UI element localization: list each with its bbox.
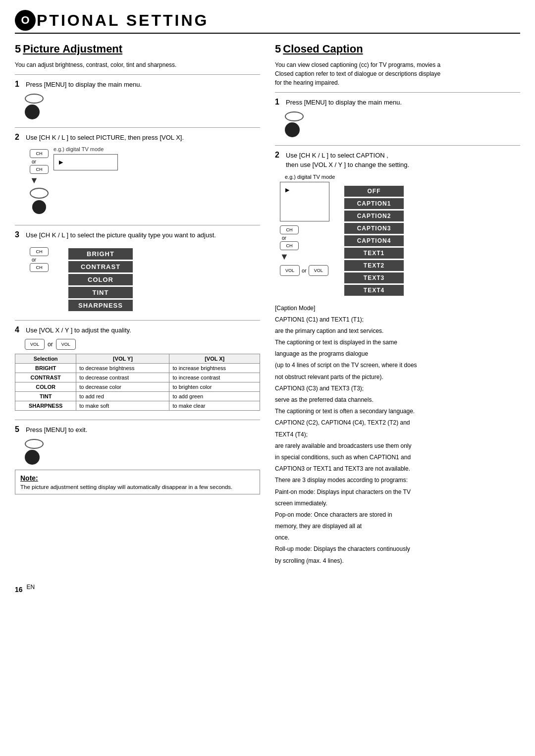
step-5: 5 Press [MENU] to exit. Note: The pictur…: [15, 420, 260, 504]
caption-line-14: There are 3 display modes according to p…: [275, 476, 520, 485]
table-header-volx: [VOL X]: [169, 354, 260, 364]
step-2: 2 Use [CH K / L ] to select PICTURE, the…: [15, 127, 260, 225]
row1-col2: to decrease brightness: [76, 364, 169, 373]
remote-r1-circle: [285, 122, 300, 137]
caption-3: CAPTION3: [344, 223, 404, 234]
row4-col3: to add green: [169, 392, 260, 401]
ch3-up-label: CH: [36, 249, 43, 254]
row3-col3: to brighten color: [169, 382, 260, 392]
vol-y-label: VOL: [30, 342, 39, 347]
remote5-oval: [25, 439, 44, 449]
remote-oval-btn: [25, 94, 44, 104]
caption-line-6: CAPTION3 (C3) and TEXT3 (T3);: [275, 384, 520, 393]
remote-group-step1: [25, 94, 260, 119]
ch3-down-label: CH: [36, 265, 43, 270]
rstep2-text2: then use [VOL X / Y ] to change the sett…: [286, 160, 409, 170]
caption-text-block: [Caption Mode] CAPTION1 (C1) and TEXT1 (…: [275, 304, 520, 566]
rstep2-text: Use [CH K / L ] to select CAPTION ,: [286, 151, 409, 161]
vol-x-label: VOL: [61, 342, 70, 347]
table-row: CONTRAST to decrease contrast to increas…: [15, 373, 260, 382]
text-3: TEXT3: [344, 272, 404, 283]
rstep1-text: Press [MENU] to display the main menu.: [286, 98, 402, 108]
menu-sharpness: SHARPNESS: [68, 300, 133, 311]
left-section-number: 5: [15, 43, 21, 55]
caption-line-18: memory, they are displayed all at: [275, 522, 520, 531]
note-box: Note: The picture adjustment setting dis…: [15, 470, 260, 494]
left-column: 5 Picture Adjustment You can adjust brig…: [15, 43, 260, 573]
picture-menu: BRIGHT CONTRAST COLOR TINT SHARPNESS: [68, 248, 133, 311]
ch-or-label: or: [32, 159, 36, 164]
vol-r2-y: VOL: [280, 265, 300, 276]
table-row: SHARPNESS to make soft to make clear: [15, 401, 260, 411]
remote-r1-oval: [285, 111, 304, 121]
caption-line-11: are rarely available and broadcasters us…: [275, 441, 520, 451]
step3-text: Use [CH K / L ] to select the picture qu…: [26, 230, 216, 240]
row2-col2: to decrease contrast: [76, 373, 169, 382]
caption-ch-group: CH or CH ▼ VOL or VOL: [280, 225, 329, 276]
ch-up-label: CH: [36, 151, 43, 156]
caption-line-4: (up to 4 lines of script on the TV scree…: [275, 361, 520, 370]
right-step-2: 2 Use [CH K / L ] to select CAPTION , th…: [275, 145, 520, 573]
table-row: BRIGHT to decrease brightness to increas…: [15, 364, 260, 373]
ch-r2-up-label: CH: [286, 227, 293, 232]
caption-line-10: TEXT4 (T4);: [275, 430, 520, 439]
rstep2-left: ▶ CH or CH ▼ VOL or VOL: [280, 182, 329, 276]
caption-2: CAPTION2: [344, 211, 404, 221]
vol-x-btn: VOL: [56, 339, 76, 350]
right-column: 5 Closed Caption You can view closed cap…: [275, 43, 520, 573]
caption-line-9: CAPTION2 (C2), CAPTION4 (C4), TEXT2 (T2)…: [275, 418, 520, 428]
table-row: COLOR to decrease color to brighten colo…: [15, 382, 260, 392]
row5-col2: to make soft: [76, 401, 169, 411]
vol-caption-row: VOL or VOL: [280, 265, 328, 276]
step-4: 4 Use [VOL X / Y ] to adjust the quality…: [15, 320, 260, 420]
caption-line-0: CAPTION1 (C1) and TEXT1 (T1);: [275, 315, 520, 324]
ch-group-step2: CH or CH ▼: [30, 149, 49, 214]
ch-r2-down: CH: [280, 241, 299, 250]
step5-number: 5: [15, 425, 23, 434]
ch-r2-arrow: ▼: [280, 252, 289, 262]
ch-r2-down-label: CH: [286, 243, 293, 248]
main-content: 5 Picture Adjustment You can adjust brig…: [15, 43, 520, 573]
vol-r2-x: VOL: [309, 265, 328, 276]
ch-oval: [30, 188, 49, 199]
caption-menu-arrow: ▶: [285, 187, 289, 193]
menu-bright: BRIGHT: [68, 248, 133, 260]
caption-off: OFF: [344, 186, 404, 197]
vol-or-label: or: [48, 341, 53, 348]
caption-menu-box: ▶: [280, 182, 329, 221]
step5-text: Press [MENU] to exit.: [26, 425, 87, 435]
step2-menu-right: e.g.) digital TV mode ▶: [54, 146, 118, 170]
step2-text: Use [CH K / L ] to select PICTURE, then …: [26, 133, 184, 143]
right-desc-line2: Closed caption refer to text of dialogue…: [275, 70, 440, 77]
rstep1-number: 1: [275, 98, 283, 107]
page-header: O PTIONAL SETTING: [15, 10, 520, 34]
ch-down-btn: CH: [30, 165, 49, 174]
ch-r2-or: or: [282, 235, 286, 241]
step1-text: Press [MENU] to display the main menu.: [26, 80, 142, 90]
caption-bracket: [Caption Mode]: [275, 304, 520, 313]
text-4: TEXT4: [344, 285, 404, 296]
right-section-title: Closed Caption: [283, 43, 363, 55]
row4-col2: to add red: [76, 392, 169, 401]
caption-1: CAPTION1: [344, 198, 404, 209]
page-number: 16: [15, 586, 23, 594]
row2-col3: to increase contrast: [169, 373, 260, 382]
row2-col1: CONTRAST: [15, 373, 76, 382]
row3-col1: COLOR: [15, 382, 76, 392]
step-1: 1 Press [MENU] to display the main menu.: [15, 74, 260, 127]
page-lang: EN: [27, 584, 35, 591]
caption-line-8: The captioning or text is often a second…: [275, 407, 520, 416]
ch-arrow: ▼: [30, 175, 39, 186]
step4-number: 4: [15, 325, 23, 334]
ch-up-btn: CH: [30, 149, 49, 158]
caption-line-16: screen immediately.: [275, 499, 520, 508]
right-desc-line1: You can view closed captioning (cc) for …: [275, 61, 440, 68]
remote5-circle: [25, 450, 40, 465]
ch-group-step3: CH or CH: [30, 247, 49, 272]
table-row: TINT to add red to add green: [15, 392, 260, 401]
left-section-desc: You can adjust brightness, contrast, col…: [15, 60, 260, 69]
step1-number: 1: [15, 80, 23, 89]
right-section-desc1: You can view closed captioning (cc) for …: [275, 60, 520, 87]
step2-menu-box: ▶: [54, 154, 118, 170]
step2-number: 2: [15, 133, 23, 142]
